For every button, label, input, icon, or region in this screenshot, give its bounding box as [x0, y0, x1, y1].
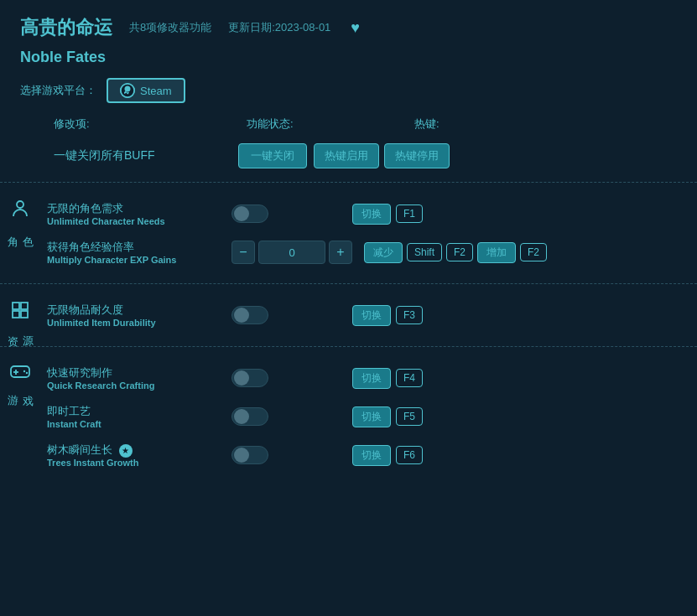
hotkey-switch-char-needs[interactable]: 切换 — [352, 204, 391, 225]
hotkeys-instant-craft: 切换 F5 — [352, 406, 423, 427]
col-mod: 修改项: — [54, 116, 238, 132]
toggle-knob-instant-craft — [234, 409, 249, 424]
header: 高贵的命运 共8项修改器功能 更新日期:2023-08-01 ♥ — [0, 15, 697, 49]
toggle-knob-trees-growth — [234, 448, 249, 463]
star-badge-trees: ★ — [119, 444, 133, 458]
resource-icon — [11, 301, 29, 324]
section-character: 角色 无限的角色需求 Unlimited Character Needs 切换 … — [0, 183, 697, 284]
exp-controls: − + — [231, 241, 352, 264]
sidebar-game-label: 游戏 — [5, 386, 35, 388]
mod-en-char-needs: Unlimited Character Needs — [47, 216, 231, 226]
svg-point-1 — [125, 86, 131, 92]
key-f2-exp-dec: F2 — [446, 243, 473, 261]
toggle-trees-growth[interactable] — [231, 446, 268, 464]
platform-steam-button[interactable]: Steam — [107, 78, 185, 103]
mod-cn-exp: 获得角色经验倍率 — [47, 240, 231, 255]
onekey-button[interactable]: 一键关闭 — [238, 143, 307, 168]
hotkey-switch-quick-research[interactable]: 切换 — [352, 368, 391, 389]
svg-point-11 — [26, 372, 28, 374]
mod-cn-instant-craft: 即时工艺 — [47, 404, 231, 419]
mod-en-trees-growth: Trees Instant Growth — [47, 458, 231, 468]
svg-rect-4 — [21, 303, 28, 309]
platform-row: 选择游戏平台： Steam — [0, 78, 697, 116]
mod-info-instant-craft: 即时工艺 Instant Craft — [47, 404, 231, 429]
toggle-knob-char-needs — [234, 206, 249, 221]
game-content: 快速研究制作 Quick Research Crafting 切换 F4 即时工… — [40, 359, 697, 474]
hotkey-switch-durability[interactable]: 切换 — [352, 305, 391, 326]
toggle-char-needs[interactable] — [231, 204, 268, 223]
mod-info-quick-research: 快速研究制作 Quick Research Crafting — [47, 365, 231, 391]
hotkey-increase-exp[interactable]: 增加 — [477, 242, 516, 263]
key-shift-exp: Shift — [407, 243, 442, 261]
section-game: 游戏 快速研究制作 Quick Research Crafting 切换 F4 — [0, 347, 697, 486]
sidebar-resource-label: 资源 — [5, 327, 35, 329]
meta-date: 更新日期:2023-08-01 — [228, 20, 330, 35]
hotkey-switch-instant-craft[interactable]: 切换 — [352, 406, 391, 427]
character-icon — [11, 199, 29, 224]
mod-en-exp: Multiply Character EXP Gains — [47, 255, 231, 265]
heart-icon[interactable]: ♥ — [351, 19, 360, 37]
resource-content: 无限物品耐久度 Unlimited Item Durability 切换 F3 — [40, 296, 697, 334]
platform-steam-label: Steam — [140, 85, 172, 97]
mod-cn-durability: 无限物品耐久度 — [47, 303, 231, 318]
hotkeys-quick-research: 切换 F4 — [352, 368, 423, 389]
sidebar-resource: 资源 — [0, 296, 40, 334]
platform-label: 选择游戏平台： — [20, 83, 96, 98]
mod-row-trees-growth: 树木瞬间生长 ★ Trees Instant Growth 切换 F6 — [47, 436, 684, 474]
steam-icon — [120, 83, 135, 98]
key-f5-instant-craft: F5 — [396, 407, 423, 426]
mod-info-trees-growth: 树木瞬间生长 ★ Trees Instant Growth — [47, 443, 231, 468]
mod-info-exp: 获得角色经验倍率 Multiply Character EXP Gains — [47, 240, 231, 265]
exp-decrement-button[interactable]: − — [231, 241, 255, 264]
onekey-label: 一键关闭所有BUFF — [54, 148, 238, 163]
svg-point-2 — [17, 201, 23, 208]
mod-cn-quick-research: 快速研究制作 — [47, 365, 231, 380]
mod-row-instant-craft: 即时工艺 Instant Craft 切换 F5 — [47, 397, 684, 436]
hotkey-enable-button[interactable]: 热键启用 — [314, 143, 379, 168]
mod-en-durability: Unlimited Item Durability — [47, 318, 231, 328]
exp-input[interactable] — [258, 241, 325, 264]
key-f1-char-needs: F1 — [396, 204, 423, 223]
svg-rect-6 — [21, 311, 28, 318]
game-icon — [10, 364, 30, 383]
sidebar-character-label: 角色 — [5, 227, 35, 229]
key-f6-trees-growth: F6 — [396, 446, 423, 464]
exp-increment-button[interactable]: + — [329, 241, 352, 264]
title-cn: 高贵的命运 — [20, 15, 112, 40]
col-status: 功能状态: — [247, 116, 414, 132]
hotkeys-trees-growth: 切换 F6 — [352, 445, 423, 466]
column-headers: 修改项: 功能状态: 热键: — [0, 116, 697, 138]
svg-point-10 — [23, 370, 25, 372]
toggle-durability[interactable] — [231, 306, 268, 324]
mod-en-instant-craft: Instant Craft — [47, 419, 231, 429]
mod-row-exp: 获得角色经验倍率 Multiply Character EXP Gains − … — [47, 233, 684, 272]
hotkey-switch-trees-growth[interactable]: 切换 — [352, 445, 391, 466]
hotkey-disable-button[interactable]: 热键停用 — [384, 143, 450, 168]
toggle-knob-durability — [234, 308, 249, 323]
key-f3-durability: F3 — [396, 306, 423, 324]
toggle-quick-research[interactable] — [231, 369, 268, 387]
section-resource: 资源 无限物品耐久度 Unlimited Item Durability 切换 … — [0, 284, 697, 347]
mod-info-durability: 无限物品耐久度 Unlimited Item Durability — [47, 303, 231, 328]
mod-en-quick-research: Quick Research Crafting — [47, 380, 231, 391]
svg-rect-3 — [13, 303, 19, 309]
mod-row-durability: 无限物品耐久度 Unlimited Item Durability 切换 F3 — [47, 296, 684, 334]
mod-info-char-needs: 无限的角色需求 Unlimited Character Needs — [47, 201, 231, 226]
toggle-instant-craft[interactable] — [231, 407, 268, 426]
onekey-row: 一键关闭所有BUFF 一键关闭 热键启用 热键停用 — [0, 138, 697, 182]
hotkey-reduce-exp[interactable]: 减少 — [364, 242, 403, 263]
hotkeys-char-needs: 切换 F1 — [352, 204, 423, 225]
subtitle-en: Noble Fates — [20, 49, 106, 65]
toggle-knob-quick-research — [234, 370, 249, 386]
sidebar-character: 角色 — [0, 194, 40, 272]
mod-row-char-needs: 无限的角色需求 Unlimited Character Needs 切换 F1 — [47, 194, 684, 233]
character-content: 无限的角色需求 Unlimited Character Needs 切换 F1 … — [40, 194, 697, 272]
col-hotkey: 热键: — [414, 116, 440, 132]
key-f4-quick-research: F4 — [396, 369, 423, 387]
hotkeys-durability: 切换 F3 — [352, 305, 423, 326]
sidebar-game: 游戏 — [0, 359, 40, 474]
hotkeys-exp: 减少 Shift F2 增加 F2 — [364, 242, 547, 263]
svg-rect-5 — [13, 311, 19, 318]
mod-cn-trees-growth: 树木瞬间生长 ★ — [47, 443, 231, 458]
mod-cn-char-needs: 无限的角色需求 — [47, 201, 231, 216]
